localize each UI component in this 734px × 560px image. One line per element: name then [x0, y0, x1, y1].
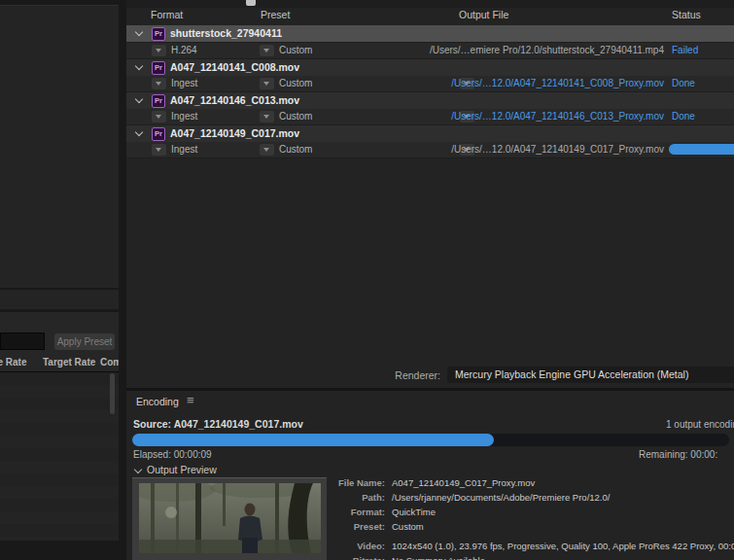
preset-dropdown[interactable]	[260, 111, 274, 122]
detail-row-file-name: File Name: A047_12140149_C017_Proxy.mov	[331, 475, 734, 490]
detail-label: Bitrate:	[331, 553, 385, 560]
preset-search-input[interactable]	[0, 332, 45, 350]
premiere-pro-icon: Pr	[152, 27, 165, 41]
queue-group-row[interactable]: Pr A047_12140146_C013.mov	[126, 92, 734, 110]
detail-value: /Users/rjanney/Documents/Adobe/Premiere …	[392, 490, 610, 505]
queue-output-row[interactable]: Ingest Custom /Users/…12.0/A047_12140141…	[126, 76, 734, 92]
detail-label: Preset:	[331, 519, 385, 534]
format-dropdown[interactable]	[152, 111, 166, 122]
status-failed: Failed	[672, 45, 698, 55]
left-upper-panel	[0, 5, 119, 288]
source-name: A047_12140141_C008.mov	[170, 61, 299, 73]
output-preview-header[interactable]: Output Preview	[147, 464, 217, 475]
source-name: A047_12140149_C017.mov	[170, 127, 299, 139]
premiere-pro-icon: Pr	[152, 61, 165, 75]
preset-column-frame-rate: Frame Rate	[0, 357, 26, 368]
format-value: H.264	[171, 45, 197, 55]
chevron-down-icon[interactable]	[135, 29, 143, 37]
status-done: Done	[672, 111, 695, 122]
format-dropdown[interactable]	[152, 78, 166, 89]
detail-value: 1024x540 (1.0), 23.976 fps, Progressive,…	[392, 539, 734, 553]
detail-row-path: Path: /Users/rjanney/Documents/Adobe/Pre…	[331, 490, 734, 505]
preset-value: Custom	[279, 144, 312, 155]
renderer-label: Renderer:	[382, 369, 440, 381]
detail-value: No Summary Available	[392, 553, 485, 560]
detail-value: Custom	[392, 519, 424, 534]
detail-label: Video:	[331, 539, 385, 553]
detail-value: QuickTime	[392, 505, 436, 519]
output-file-path: /Users/…12.0/A047_12140149_C017_Proxy.mo…	[451, 144, 664, 155]
preset-list-scrollbar[interactable]	[110, 373, 115, 414]
encoding-progress-fill	[132, 434, 494, 446]
preset-browser-panel: Apply Preset Frame Rate Target Rate Comm…	[0, 312, 119, 541]
apply-preset-button[interactable]: Apply Preset	[54, 333, 115, 350]
detail-row-video: Video: 1024x540 (1.0), 23.976 fps, Progr…	[331, 539, 734, 553]
source-value: A047_12140149_C017.mov	[174, 418, 303, 430]
media-encoder-window: Apply Preset Frame Rate Target Rate Comm…	[0, 0, 734, 560]
output-file-path: /Users/…emiere Pro/12.0/shutterstock_279…	[430, 45, 664, 55]
encoding-source: Source: A047_12140149_C017.mov	[133, 418, 303, 430]
output-details: File Name: A047_12140149_C017_Proxy.mov …	[331, 475, 734, 560]
chevron-down-icon[interactable]	[135, 129, 143, 137]
queue-output-row[interactable]: Ingest Custom /Users/…12.0/A047_12140146…	[126, 109, 734, 125]
queue-footer: Renderer: Mercury Playback Engine GPU Ac…	[126, 367, 734, 386]
panel-menu-icon[interactable]: ≡	[187, 394, 194, 407]
column-header-preset: Preset	[261, 9, 290, 20]
encoding-panel: Encoding ≡ Source: A047_12140149_C017.mo…	[126, 391, 734, 560]
source-name: A047_12140146_C013.mov	[170, 94, 299, 106]
right-column: Format Preset Output File Status Pr shut…	[126, 0, 734, 560]
status-progress-bar	[669, 144, 734, 155]
format-value: Ingest	[171, 78, 197, 88]
detail-label: File Name:	[331, 475, 385, 490]
queue-group-row[interactable]: Pr A047_12140149_C017.mov	[126, 125, 734, 143]
preset-dropdown[interactable]	[260, 78, 274, 89]
column-header-status: Status	[672, 9, 701, 20]
format-value: Ingest	[171, 111, 197, 122]
output-file-link[interactable]: /Users/…12.0/A047_12140146_C013_Proxy.mo…	[451, 111, 664, 122]
detail-label: Format:	[331, 505, 385, 519]
detail-row-format: Format: QuickTime	[331, 505, 734, 519]
remaining-time: Remaining: 00:00:	[639, 449, 717, 460]
queue-group-row[interactable]: Pr shutterstock_27940411	[126, 25, 734, 43]
detail-row-preset: Preset: Custom	[331, 519, 734, 534]
premiere-pro-icon: Pr	[152, 94, 165, 108]
format-value: Ingest	[171, 144, 197, 155]
panel-menu-icon[interactable]	[246, 0, 256, 6]
output-file-link[interactable]: /Users/…12.0/A047_12140141_C008_Proxy.mo…	[451, 78, 664, 88]
left-column: Apply Preset Frame Rate Target Rate Comm…	[0, 0, 126, 560]
column-header-output-file: Output File	[459, 9, 508, 20]
preset-value: Custom	[279, 111, 312, 122]
chevron-down-icon[interactable]	[135, 96, 143, 104]
column-header-format: Format	[151, 9, 183, 20]
forest-scene-image	[139, 483, 321, 553]
queue-group-row[interactable]: Pr A047_12140141_C008.mov	[126, 59, 734, 77]
encoding-progress-track	[132, 434, 729, 446]
queue-panel: Format Preset Output File Status Pr shut…	[126, 0, 734, 388]
queue-tab-bar	[126, 0, 734, 8]
premiere-pro-icon: Pr	[152, 127, 165, 141]
preset-column-comment: Comment	[100, 357, 119, 368]
detail-row-bitrate: Bitrate: No Summary Available	[331, 553, 734, 560]
left-middle-panel	[0, 290, 119, 309]
format-dropdown[interactable]	[152, 144, 166, 156]
queue-output-row[interactable]: Ingest Custom /Users/…12.0/A047_12140149…	[126, 142, 734, 158]
preset-dropdown[interactable]	[260, 144, 274, 156]
preset-value: Custom	[279, 78, 312, 88]
detail-value: A047_12140149_C017_Proxy.mov	[392, 475, 535, 490]
elapsed-time: Elapsed: 00:00:09	[133, 449, 212, 460]
queue-output-row[interactable]: H.264 Custom /Users/…emiere Pro/12.0/shu…	[126, 43, 734, 59]
preset-value: Custom	[279, 45, 312, 55]
chevron-down-icon[interactable]	[135, 63, 143, 71]
outputs-count: 1 output encoding	[666, 419, 734, 430]
preset-list[interactable]	[0, 371, 119, 541]
detail-label: Path:	[331, 490, 385, 505]
source-label: Source:	[133, 418, 171, 430]
source-name: shutterstock_27940411	[170, 27, 282, 39]
chevron-down-icon[interactable]	[134, 467, 142, 474]
status-done: Done	[672, 78, 695, 88]
format-dropdown[interactable]	[152, 45, 166, 56]
renderer-dropdown[interactable]: Mercury Playback Engine GPU Acceleration…	[447, 367, 734, 383]
output-preview-thumbnail	[132, 477, 327, 560]
tab-encoding[interactable]: Encoding	[136, 396, 179, 407]
preset-dropdown[interactable]	[260, 45, 274, 56]
